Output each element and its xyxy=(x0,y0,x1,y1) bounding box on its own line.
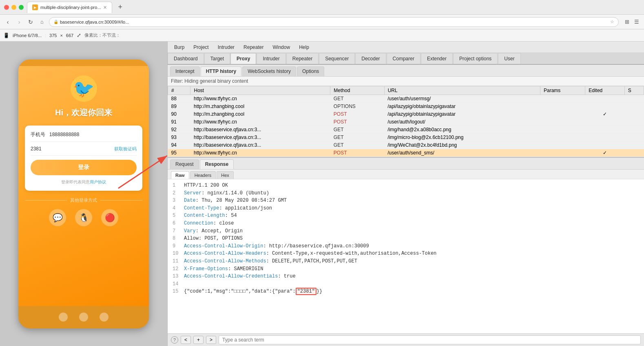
phone-value[interactable]: 18888888888 xyxy=(49,132,137,137)
other-login-text: 其他登录方式 xyxy=(70,197,97,203)
line-content: Server: nginx/1.14.0 (Ubuntu) xyxy=(184,190,269,197)
traffic-light-green[interactable] xyxy=(19,5,24,10)
search-input[interactable] xyxy=(219,335,641,344)
tab-proxy[interactable]: Proxy xyxy=(230,53,256,65)
tab-comparer[interactable]: Comparer xyxy=(387,53,420,64)
new-tab-button[interactable]: + xyxy=(115,2,125,12)
browser-tab[interactable]: ▶ multiple-disciplinary-joint-pro... × xyxy=(27,2,112,13)
line-num: 10 xyxy=(173,250,181,258)
nav-home-icon[interactable] xyxy=(59,313,68,322)
table-row[interactable]: 88 http://www.tfyhyc.cn GET /user/auth/u… xyxy=(168,95,644,103)
traffic-light-yellow[interactable] xyxy=(11,5,16,10)
reload-button[interactable]: ↻ xyxy=(26,18,35,26)
weibo-icon[interactable]: 🔴 xyxy=(101,209,118,226)
cell-host: http://baseservice.qfjava.cn:3... xyxy=(190,134,330,141)
traffic-light-red[interactable] xyxy=(4,5,9,10)
table-row[interactable]: 95 http://www.tfyhyc.cn POST /user/auth/… xyxy=(168,149,644,157)
menu-repeater[interactable]: Repeater xyxy=(239,44,268,51)
address-bar[interactable]: 🔒 baseservice.qfjava.cn:30009/#/lo... ☆ xyxy=(49,17,619,27)
proxy-tab-options[interactable]: Options xyxy=(297,66,324,76)
tab-response[interactable]: Response xyxy=(200,159,234,169)
cell-num: 89 xyxy=(168,103,190,110)
back-button[interactable]: ‹ xyxy=(3,18,12,26)
extensions-button[interactable]: ⊞ xyxy=(623,18,631,26)
cell-host: http://baseservice.qfjava.cn:3... xyxy=(190,126,330,134)
menu-button[interactable]: ☰ xyxy=(633,18,641,26)
cell-host: http://www.tfyhyc.cn xyxy=(190,95,330,103)
sms-button[interactable]: 获取验证码 xyxy=(114,146,137,152)
fmt-tab-raw[interactable]: Raw xyxy=(171,171,189,179)
wechat-icon[interactable]: 💬 xyxy=(49,209,66,226)
fmt-tab-headers[interactable]: Headers xyxy=(190,171,216,179)
filter-bar[interactable]: Filter: Hiding general binary content xyxy=(168,77,644,86)
table-row[interactable]: 92 http://baseservice.qfjava.cn:3... GET… xyxy=(168,126,644,134)
tab-extender[interactable]: Extender xyxy=(421,53,453,64)
line-num: 8 xyxy=(173,235,181,242)
qq-icon[interactable]: 🐧 xyxy=(75,209,92,226)
col-header-host: Host xyxy=(190,86,330,95)
menu-burp[interactable]: Burp xyxy=(170,44,188,51)
nav-back-icon[interactable] xyxy=(100,313,108,322)
forward-button[interactable]: › xyxy=(15,18,24,26)
cell-method: GET xyxy=(330,126,384,134)
menu-window[interactable]: Window xyxy=(268,44,294,51)
tab-user[interactable]: User xyxy=(498,53,520,64)
search-next-button[interactable]: > xyxy=(206,336,216,344)
search-prev-button[interactable]: < xyxy=(181,336,191,344)
tab-repeater[interactable]: Repeater xyxy=(286,53,319,64)
cell-url: /api/lazypig/obtainlazypigavatar xyxy=(384,110,540,118)
search-add-button[interactable]: + xyxy=(193,336,204,344)
cell-method: OPTIONS xyxy=(330,103,384,110)
tab-intruder[interactable]: Intruder xyxy=(257,53,285,64)
fmt-tab-hex[interactable]: Hex xyxy=(217,171,234,179)
menu-intruder[interactable]: Intruder xyxy=(214,44,239,51)
menu-project[interactable]: Project xyxy=(189,44,212,51)
table-row[interactable]: 90 http://m.zhangbing.cool POST /api/laz… xyxy=(168,110,644,118)
table-row[interactable]: 93 http://baseservice.qfjava.cn:3... GET… xyxy=(168,134,644,141)
device-name[interactable]: iPhone 6/7/8... xyxy=(13,33,42,38)
line-num: 9 xyxy=(173,242,181,250)
tab-decoder[interactable]: Decoder xyxy=(355,53,386,64)
cell-s xyxy=(624,95,644,103)
cell-s xyxy=(624,149,644,157)
tab-target[interactable]: Target xyxy=(204,53,230,64)
resp-line-8: 8 Allow: POST, OPTIONS xyxy=(173,235,639,242)
proxy-tab-websockets[interactable]: WebSockets history xyxy=(242,66,296,76)
phone-label: 手机号 xyxy=(31,131,45,138)
tab-project-options[interactable]: Project options xyxy=(453,53,498,64)
tab-request[interactable]: Request xyxy=(170,159,199,169)
col-header-method: Method xyxy=(330,86,384,95)
resp-line-2: 2 Server: nginx/1.14.0 (Ubuntu) xyxy=(173,190,639,197)
toolbar-icons: ⊞ ☰ xyxy=(623,18,641,26)
proxy-tab-http-history[interactable]: HTTP history xyxy=(201,66,241,76)
tab-close-icon[interactable]: × xyxy=(104,4,107,11)
phone-frame: 🐦 Hi，欢迎你回来 手机号 18888888888 2381 获取验证码 xyxy=(18,60,149,328)
line-content: {"code":1,"msg":"□□□□","data":{"para":"2… xyxy=(184,288,322,295)
tab-sequencer[interactable]: Sequencer xyxy=(319,53,355,64)
home-button[interactable]: ⌂ xyxy=(38,18,46,26)
nav-middle-icon[interactable] xyxy=(79,313,88,322)
line-content: Date: Thu, 28 May 2020 08:54:27 GMT xyxy=(184,197,287,205)
login-button[interactable]: 登录 xyxy=(31,160,137,175)
phone-bottombar xyxy=(18,306,149,328)
menu-help[interactable]: Help xyxy=(295,44,313,51)
format-tabs: Raw Headers Hex xyxy=(168,170,644,179)
table-row[interactable]: 91 http://www.tfyhyc.cn POST /user/auth/… xyxy=(168,118,644,126)
tab-favicon: ▶ xyxy=(32,4,38,10)
proxy-tab-intercept[interactable]: Intercept xyxy=(170,66,200,76)
help-circle[interactable]: ? xyxy=(171,336,178,344)
line-num: 13 xyxy=(173,273,181,280)
table-row[interactable]: 94 http://baseservice.qfjava.cn:3... GET… xyxy=(168,141,644,149)
table-row[interactable]: 89 http://m.zhangbing.cool OPTIONS /api/… xyxy=(168,103,644,110)
register-link: 登录即代表同意用户协议 xyxy=(31,179,137,185)
device-height: 667 xyxy=(66,33,73,38)
rotate-icon[interactable]: ⤢ xyxy=(77,32,81,38)
sms-code-value[interactable]: 2381 xyxy=(31,146,114,152)
welcome-text: Hi，欢迎你回来 xyxy=(55,107,112,118)
bookmark-icon[interactable]: ☆ xyxy=(610,19,614,24)
tab-dashboard[interactable]: Dashboard xyxy=(168,53,204,64)
cell-num: 95 xyxy=(168,149,190,157)
register-link-text[interactable]: 用户协议 xyxy=(90,180,106,184)
line-content: Access-Control-Allow-Headers: Content-Ty… xyxy=(184,250,436,258)
resp-line-12: 12 X-Frame-Options: SAMEORIGIN xyxy=(173,265,639,273)
